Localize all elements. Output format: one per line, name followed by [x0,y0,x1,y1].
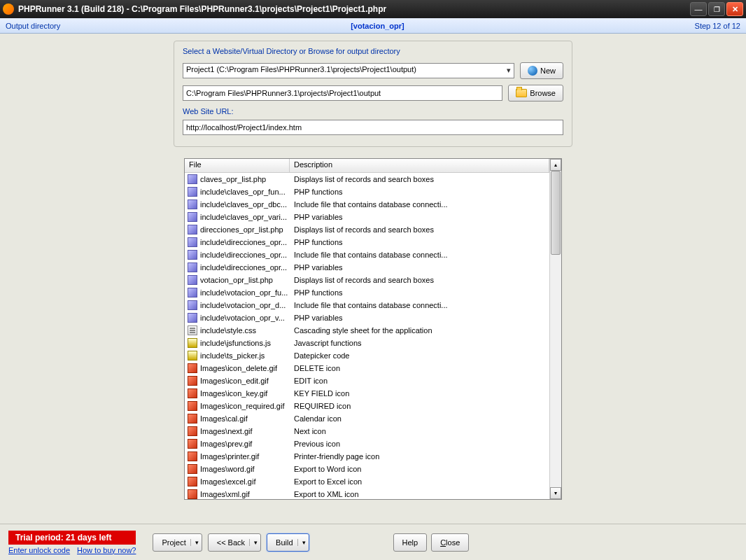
file-name: include\jsfunctions.js [200,339,291,347]
scroll-track[interactable] [550,171,561,487]
file-description: REQUIRED icon [291,402,547,410]
file-row[interactable]: claves_opr_list.phpDisplays list of reco… [185,173,549,186]
file-row[interactable]: Images\icon_edit.gifEDIT icon [185,374,549,387]
scroll-up-icon[interactable]: ▴ [550,159,561,171]
file-row[interactable]: include\claves_opr_vari...PHP variables [185,211,549,223]
virtual-directory-combo[interactable]: Project1 (C:\Program Files\PHPRunner3.1\… [183,63,514,78]
file-row[interactable]: include\direcciones_opr...PHP variables [185,261,549,274]
file-description: Printer-friendly page icon [291,452,547,461]
img-file-icon [188,464,197,474]
file-description: Include file that contains database conn… [291,200,547,209]
file-description: EDIT icon [291,377,547,385]
scroll-thumb[interactable] [551,171,561,255]
file-row[interactable]: votacion_opr_list.phpDisplays list of re… [185,274,549,286]
scroll-down-icon[interactable]: ▾ [550,487,561,499]
close-button[interactable]: Close [431,533,469,552]
php-file-icon [188,300,197,310]
browse-button[interactable]: Browse [508,85,563,102]
file-row[interactable]: Images\prev.gifPrevious icon [185,438,549,450]
unlock-code-link[interactable]: Enter unlock code [8,546,70,554]
globe-icon [528,66,537,76]
file-list-scrollbar[interactable]: ▴ ▾ [549,159,561,499]
file-description: Calendar icon [291,414,547,423]
file-row[interactable]: Images\icon_required.gifREQUIRED icon [185,400,549,412]
file-name: votacion_opr_list.php [200,276,291,284]
maximize-button[interactable] [708,2,725,16]
file-description: Displays list of records and search boxe… [291,175,547,183]
help-button[interactable]: Help [393,533,428,552]
file-row[interactable]: include\direcciones_opr...Include file t… [185,248,549,261]
column-description[interactable]: Description [290,159,549,172]
file-name: include\votacion_opr_fu... [200,288,291,297]
img-file-icon [188,451,197,461]
main-panel: Select a Website/Virtual Directory or Br… [0,34,746,524]
php-file-icon [188,200,197,209]
php-file-icon [188,262,197,272]
file-name: claves_opr_list.php [200,175,291,183]
file-row[interactable]: include\ts_picker.jsDatepicker code [185,349,549,362]
file-row[interactable]: Images\xml.gifExport to XML icon [185,488,549,499]
file-row[interactable]: include\votacion_opr_v...PHP variables [185,312,549,324]
column-file[interactable]: File [185,159,290,172]
file-name: include\direcciones_opr... [200,238,291,246]
file-row[interactable]: include\direcciones_opr...PHP functions [185,236,549,248]
file-row[interactable]: direcciones_opr_list.phpDisplays list of… [185,223,549,236]
file-description: PHP functions [291,288,547,297]
how-to-buy-link[interactable]: How to buy now? [77,546,136,554]
js-file-icon [188,338,197,348]
file-description: PHP functions [291,188,547,196]
img-file-icon [188,363,197,373]
img-file-icon [188,477,197,486]
file-row[interactable]: include\claves_opr_dbc...Include file th… [185,198,549,211]
file-name: direcciones_opr_list.php [200,225,291,234]
img-file-icon [188,376,197,386]
file-description: Include file that contains database conn… [291,251,547,259]
file-name: include\claves_opr_dbc... [200,200,291,209]
bottom-bar: Trial period: 21 days left Enter unlock … [0,524,746,560]
php-file-icon [188,225,197,234]
file-list-header: File Description [185,159,549,173]
window-titlebar: PHPRunner 3.1 (Build 218) - C:\Program F… [0,0,746,18]
file-row[interactable]: Images\word.gifExport to Word icon [185,463,549,475]
file-name: Images\excel.gif [200,477,291,486]
file-name: Images\icon_required.gif [200,402,291,410]
php-file-icon [188,250,197,260]
back-button[interactable]: << Back [208,533,261,552]
trial-banner: Trial period: 21 days left [8,531,136,545]
file-description: Displays list of records and search boxe… [291,225,547,234]
file-name: Images\icon_delete.gif [200,364,291,372]
file-description: KEY FIELD icon [291,389,547,398]
minimize-button[interactable] [690,2,707,16]
file-row[interactable]: Images\icon_key.gifKEY FIELD icon [185,387,549,400]
project-button[interactable]: Project [153,533,202,552]
img-file-icon [188,414,197,424]
file-row[interactable]: include\votacion_opr_fu...PHP functions [185,286,549,299]
file-row[interactable]: Images\next.gifNext icon [185,425,549,438]
file-description: Include file that contains database conn… [291,301,547,309]
file-row[interactable]: include\claves_opr_fun...PHP functions [185,186,549,198]
file-name: Images\printer.gif [200,452,291,461]
window-title: PHPRunner 3.1 (Build 218) - C:\Program F… [18,4,690,14]
file-row[interactable]: Images\icon_delete.gifDELETE icon [185,362,549,374]
close-window-button[interactable] [726,2,743,16]
browse-button-label: Browse [530,89,556,97]
file-row[interactable]: include\votacion_opr_d...Include file th… [185,299,549,312]
file-description: PHP variables [291,314,547,322]
file-row[interactable]: Images\cal.gifCalendar icon [185,412,549,425]
file-description: Export to XML icon [291,490,547,498]
file-name: Images\xml.gif [200,490,291,498]
file-row[interactable]: include\style.cssCascading style sheet f… [185,324,549,337]
output-path-input[interactable] [183,85,502,101]
file-row[interactable]: Images\excel.gifExport to Excel icon [185,475,549,488]
css-file-icon [188,326,197,335]
new-button-label: New [540,66,556,75]
new-button[interactable]: New [520,62,563,79]
build-button[interactable]: Build [267,533,309,552]
file-description: Next icon [291,427,547,435]
php-file-icon [188,237,197,247]
file-row[interactable]: include\jsfunctions.jsJavascript functio… [185,337,549,349]
file-row[interactable]: Images\printer.gifPrinter-friendly page … [185,450,549,463]
file-name: include\ts_picker.js [200,351,291,360]
website-url-input[interactable] [183,120,563,135]
file-name: include\votacion_opr_v... [200,314,291,322]
